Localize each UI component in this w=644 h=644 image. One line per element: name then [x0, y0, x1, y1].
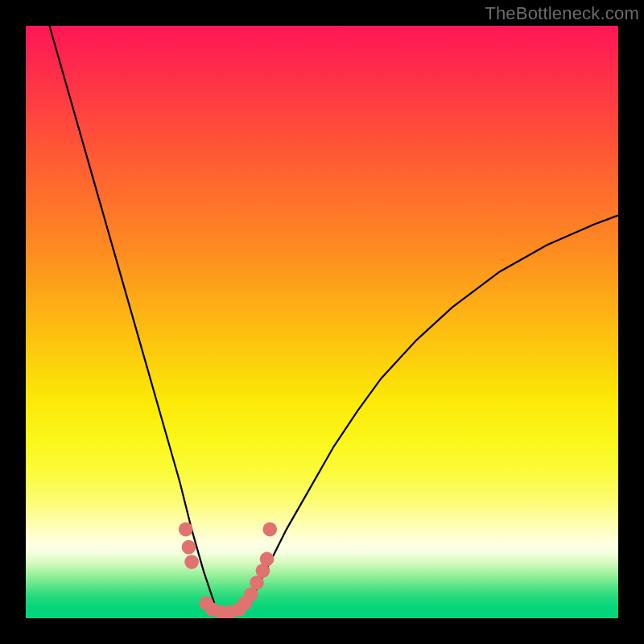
marker-dots-svg [26, 26, 618, 618]
marker-dot [260, 552, 275, 567]
marker-dot [184, 555, 199, 569]
marker-dot [182, 540, 196, 555]
marker-dot [179, 522, 193, 537]
marker-dot [262, 522, 277, 537]
chart-frame: TheBottleneck.com [0, 0, 644, 644]
watermark-text: TheBottleneck.com [485, 3, 639, 24]
plot-area [26, 26, 618, 618]
